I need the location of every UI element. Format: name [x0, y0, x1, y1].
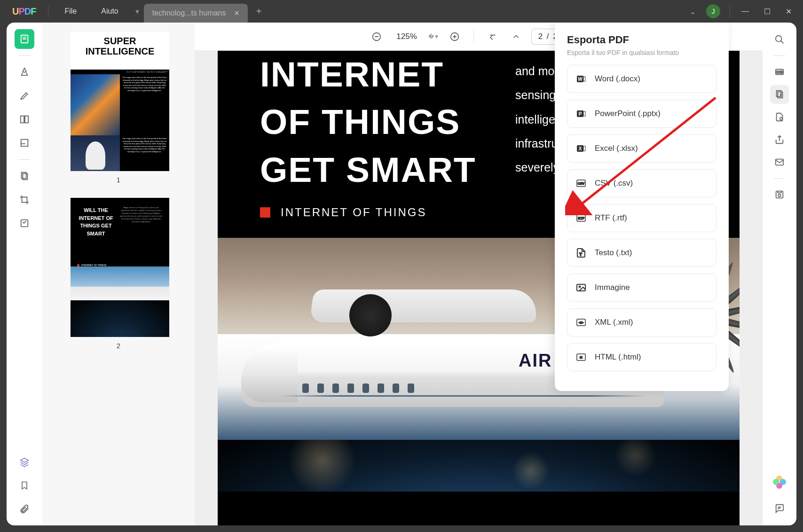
ai-button[interactable] — [773, 476, 786, 489]
app-frame: SUPERINTELLIGENCE IS IT A MYSTERY, OR IS… — [7, 23, 796, 525]
tool-attachment[interactable] — [15, 499, 34, 519]
window-close[interactable]: ✕ — [778, 7, 799, 16]
export-csv[interactable]: CSVCSV (.csv) — [567, 169, 716, 197]
csv-icon: CSV — [575, 177, 587, 189]
svg-text:RTF: RTF — [578, 217, 584, 220]
tool-bookmark[interactable] — [15, 476, 34, 495]
export-title: Esporta PDF — [567, 34, 716, 46]
svg-text:OCR: OCR — [776, 70, 783, 74]
protect-button[interactable] — [770, 108, 789, 126]
tab-title: technolog...ts humans — [152, 9, 226, 17]
excel-icon: X — [575, 142, 587, 155]
svg-text:H: H — [580, 355, 583, 360]
export-xml[interactable]: </>XML (.xml) — [567, 308, 716, 336]
svg-text:P: P — [579, 111, 582, 117]
window-maximize[interactable]: ☐ — [756, 7, 778, 16]
export-excel[interactable]: XExcel (.xlsx) — [567, 134, 716, 163]
svg-rect-14 — [583, 111, 585, 116]
export-rtf[interactable]: RTFRTF (.rtf) — [567, 204, 716, 232]
svg-text:</>: </> — [579, 321, 583, 324]
viewer: 125% �▼ 2 / 2 INTERNET OF THINGS GET SMA… — [195, 23, 763, 525]
xml-icon: </> — [575, 316, 587, 329]
tool-compare[interactable] — [15, 110, 34, 129]
svg-rect-3 — [21, 140, 28, 147]
tab-close-icon[interactable]: × — [234, 8, 239, 18]
right-toolbar: OCR — [763, 23, 796, 525]
export-html[interactable]: HHTML (.html) — [567, 343, 716, 371]
svg-point-30 — [776, 36, 782, 42]
menu-file[interactable]: File — [52, 7, 89, 16]
email-button[interactable] — [770, 153, 789, 172]
ocr-button[interactable]: OCR — [770, 63, 789, 81]
app-logo: UPDF — [12, 6, 36, 17]
svg-text:CSV: CSV — [578, 182, 585, 185]
tool-crop[interactable] — [15, 190, 34, 210]
svg-text:W: W — [578, 77, 583, 82]
thumbnail-page-2[interactable]: WILL THE INTERNET OF THINGS GET SMART So… — [71, 198, 166, 350]
left-toolbar — [7, 23, 42, 525]
iot-label: INTERNET OF THINGS — [281, 206, 426, 219]
export-button[interactable] — [770, 85, 789, 104]
tool-forms[interactable] — [15, 213, 34, 233]
zoom-level: 125% — [392, 32, 421, 41]
image-icon — [575, 282, 587, 294]
tool-highlight[interactable] — [15, 63, 34, 82]
svg-point-38 — [778, 194, 781, 197]
text-icon: T — [575, 247, 587, 259]
powerpoint-icon: P — [575, 108, 587, 120]
rtf-icon: RTF — [575, 212, 587, 224]
divider — [730, 5, 730, 18]
export-powerpoint[interactable]: PPowerPoint (.pptx) — [567, 100, 716, 128]
save-button[interactable] — [770, 185, 789, 204]
thumbnails-panel: SUPERINTELLIGENCE IS IT A MYSTERY, OR IS… — [42, 23, 195, 525]
document-tab[interactable]: technolog...ts humans × — [144, 4, 248, 23]
export-panel: Esporta PDF Esporta il tuo PDF in qualsi… — [555, 23, 729, 391]
tool-reader[interactable] — [15, 29, 34, 49]
thumbnail-number: 2 — [71, 342, 166, 350]
thumbnail-number: 1 — [71, 176, 166, 184]
tool-redact[interactable] — [15, 133, 34, 153]
svg-text:T: T — [579, 252, 582, 257]
comment-button[interactable] — [770, 499, 789, 518]
zoom-in-button[interactable] — [446, 28, 463, 45]
export-text[interactable]: TTesto (.txt) — [567, 239, 716, 267]
divider — [48, 5, 48, 18]
user-avatar[interactable]: J — [706, 4, 720, 18]
tool-annotate[interactable] — [15, 86, 34, 106]
zoom-out-button[interactable] — [368, 28, 385, 45]
prev-page-button[interactable] — [508, 28, 525, 45]
tool-layers[interactable] — [15, 452, 34, 472]
first-page-button[interactable] — [484, 28, 501, 45]
export-image[interactable]: Immagine — [567, 274, 716, 302]
svg-rect-2 — [25, 116, 28, 123]
zoom-dropdown[interactable]: �▼ — [428, 33, 440, 40]
window-minimize[interactable]: — — [734, 7, 756, 16]
svg-rect-11 — [583, 77, 585, 81]
word-icon: W — [575, 73, 587, 85]
svg-rect-17 — [583, 146, 585, 151]
search-button[interactable] — [770, 30, 789, 49]
svg-point-24 — [579, 286, 581, 288]
tool-pages[interactable] — [15, 166, 34, 186]
export-word[interactable]: WWord (.docx) — [567, 65, 716, 93]
red-square-icon — [260, 207, 270, 218]
chevron-down-icon[interactable]: ⌄ — [685, 7, 701, 16]
menu-help[interactable]: Aiuto — [89, 7, 130, 16]
svg-text:X: X — [579, 146, 582, 151]
thumbnail-page-1[interactable]: SUPERINTELLIGENCE IS IT A MYSTERY, OR IS… — [71, 32, 166, 184]
titlebar: UPDF File Aiuto ▾ technolog...ts humans … — [0, 0, 803, 23]
new-tab-button[interactable]: + — [248, 6, 270, 17]
svg-rect-1 — [21, 116, 24, 123]
tab-dropdown[interactable]: ▾ — [131, 7, 144, 16]
share-button[interactable] — [770, 130, 789, 149]
export-subtitle: Esporta il tuo PDF in qualsiasi formato — [567, 49, 716, 56]
html-icon: H — [575, 351, 587, 363]
